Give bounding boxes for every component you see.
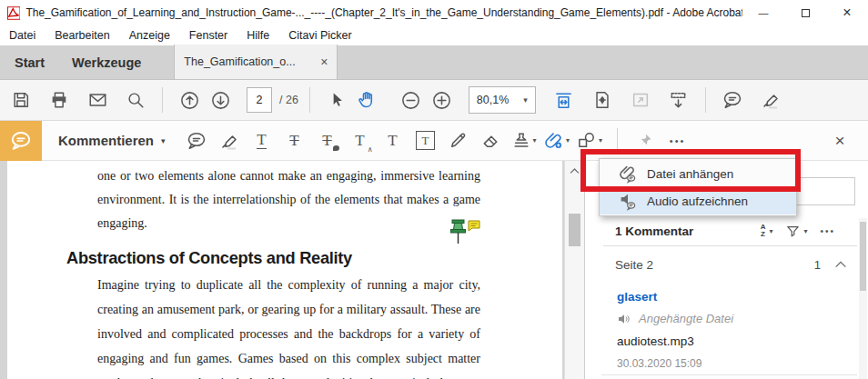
erase-tool[interactable] — [475, 125, 508, 156]
text-box-tool[interactable]: T — [409, 125, 442, 156]
fit-page-button[interactable] — [587, 85, 618, 115]
menu-anzeige[interactable]: Anzeige — [129, 29, 170, 42]
save-button[interactable] — [5, 85, 36, 115]
filter-icon[interactable] — [785, 224, 801, 239]
record-audio-icon — [618, 191, 638, 211]
draw-tool[interactable] — [442, 125, 475, 156]
sticky-note-tool[interactable] — [180, 125, 213, 156]
pin-toolbar-button[interactable] — [629, 125, 661, 156]
zoom-out-button[interactable] — [396, 85, 427, 115]
replace-bubble-icon — [333, 145, 339, 151]
insert-text-icon: T — [355, 133, 364, 148]
highlight-text-tool[interactable] — [213, 125, 246, 156]
underline-text-tool[interactable]: T — [246, 125, 278, 156]
chevron-down-icon: ▾ — [523, 95, 528, 105]
tab-start[interactable]: Start — [0, 55, 57, 79]
comment-flag-icon — [469, 221, 479, 231]
replace-text-tool[interactable]: T — [311, 125, 344, 156]
add-text-tool[interactable]: T — [377, 125, 409, 156]
kommentieren-menu[interactable]: Kommentieren — [58, 133, 154, 148]
highlight-tool-button[interactable] — [755, 85, 786, 115]
chevron-up-icon[interactable] — [833, 258, 848, 271]
pdf-paragraph: Imagine trying to duplicate all the comp… — [97, 273, 480, 379]
panel-scrollbar[interactable] — [859, 218, 867, 379]
maximize-button[interactable] — [784, 0, 826, 25]
zoom-in-icon — [431, 90, 452, 111]
toolbar-separator — [162, 87, 163, 113]
comment-tool-button[interactable] — [717, 85, 748, 115]
chevron-down-icon[interactable]: ▾ — [803, 227, 807, 235]
page-number-input[interactable]: 2 — [247, 87, 272, 113]
print-icon — [49, 90, 69, 110]
toolbar-separator — [617, 128, 618, 154]
vertical-scrollbar[interactable] — [564, 161, 584, 379]
comment-mode-tile[interactable] — [0, 121, 42, 161]
tab-close-icon[interactable]: × — [320, 55, 328, 69]
shapes-tool[interactable]: ▾ — [573, 125, 606, 156]
insert-text-tool[interactable]: T∧ — [344, 125, 377, 156]
hand-tool-button[interactable] — [352, 85, 383, 115]
menu-bearbeiten[interactable]: Bearbeiten — [55, 29, 109, 42]
panel-options-icon[interactable]: ••• — [820, 226, 835, 236]
comment-date: 30.03.2020 15:09 — [617, 357, 857, 370]
strikethrough-text-tool[interactable]: T — [278, 125, 311, 156]
attachment-type-row: Angehängte Datei — [617, 312, 857, 325]
zoom-level-select[interactable]: 80,1% ▾ — [469, 86, 536, 114]
attachment-annotation[interactable] — [446, 219, 482, 254]
pdf-paragraph: one or two elements alone cannot make an… — [97, 165, 480, 235]
minimize-button[interactable]: — — [742, 0, 784, 25]
page-down-icon — [210, 90, 231, 111]
highlighter-icon — [760, 89, 782, 111]
panel-scrollbar-thumb[interactable] — [860, 222, 866, 291]
tab-document[interactable]: The_Gamification_o... × — [174, 45, 338, 79]
eraser-icon — [480, 130, 501, 151]
search-button[interactable] — [120, 85, 151, 115]
fullscreen-button[interactable] — [625, 85, 656, 115]
divider — [603, 245, 857, 246]
menu-hilfe[interactable]: Hilfe — [247, 29, 269, 42]
chevron-down-icon[interactable]: ▾ — [161, 136, 166, 145]
toolbar-menu-button[interactable] — [663, 85, 694, 115]
comment-mode-icon — [9, 129, 33, 153]
close-button[interactable]: × — [826, 0, 868, 25]
menu-item-datei-anhaengen[interactable]: Datei anhängen — [600, 160, 796, 187]
scroll-up-icon[interactable] — [568, 165, 581, 178]
print-button[interactable] — [44, 85, 75, 115]
fit-width-button[interactable] — [549, 85, 580, 115]
tab-bar: Start Werkzeuge The_Gamification_o... × — [0, 45, 868, 80]
attach-file-tool[interactable]: ▾ — [540, 125, 573, 156]
chevron-down-icon[interactable]: ▾ — [769, 227, 772, 235]
page-up-icon — [179, 90, 200, 111]
close-comment-toolbar-button[interactable]: × — [826, 131, 853, 151]
stamp-tool[interactable]: ▾ — [508, 125, 540, 156]
comment-card[interactable]: glasert Angehängte Datei audiotest.mp3 3… — [585, 277, 857, 370]
menu-item-audio-aufzeichnen[interactable]: Audio aufzeichnen — [600, 187, 796, 214]
menu-citavi-picker[interactable]: Citavi Picker — [288, 29, 351, 42]
maximize-icon — [802, 9, 810, 17]
scrollbar-thumb[interactable] — [569, 214, 580, 246]
menu-fenster[interactable]: Fenster — [189, 29, 227, 42]
divider — [601, 374, 857, 375]
hand-icon — [357, 89, 378, 111]
email-button[interactable] — [82, 85, 113, 115]
shapes-icon — [576, 130, 597, 151]
insert-caret-icon: ∧ — [368, 145, 373, 154]
email-icon — [87, 90, 108, 110]
menu-datei[interactable]: Datei — [9, 29, 35, 42]
more-options-button[interactable]: ••• — [661, 125, 694, 156]
tab-werkzeuge[interactable]: Werkzeuge — [57, 55, 154, 79]
select-tool-button[interactable] — [321, 85, 352, 115]
strikethrough-text-icon: T — [289, 133, 298, 148]
previous-page-button[interactable] — [174, 85, 205, 115]
window-controls: — × — [742, 0, 868, 25]
attachment-filename[interactable]: audiotest.mp3 — [617, 334, 857, 348]
sort-icon[interactable]: AZ — [761, 224, 766, 238]
replace-text-icon: T — [322, 133, 331, 148]
chevron-down-icon: ▾ — [566, 136, 570, 145]
underline-text-icon: T — [257, 132, 266, 149]
menu-bar: Datei Bearbeiten Anzeige Fenster Hilfe C… — [0, 25, 868, 45]
next-page-button[interactable] — [205, 85, 236, 115]
page-group-row[interactable]: Seite 2 1 — [585, 252, 868, 277]
search-icon — [126, 90, 146, 110]
zoom-in-button[interactable] — [427, 85, 458, 115]
